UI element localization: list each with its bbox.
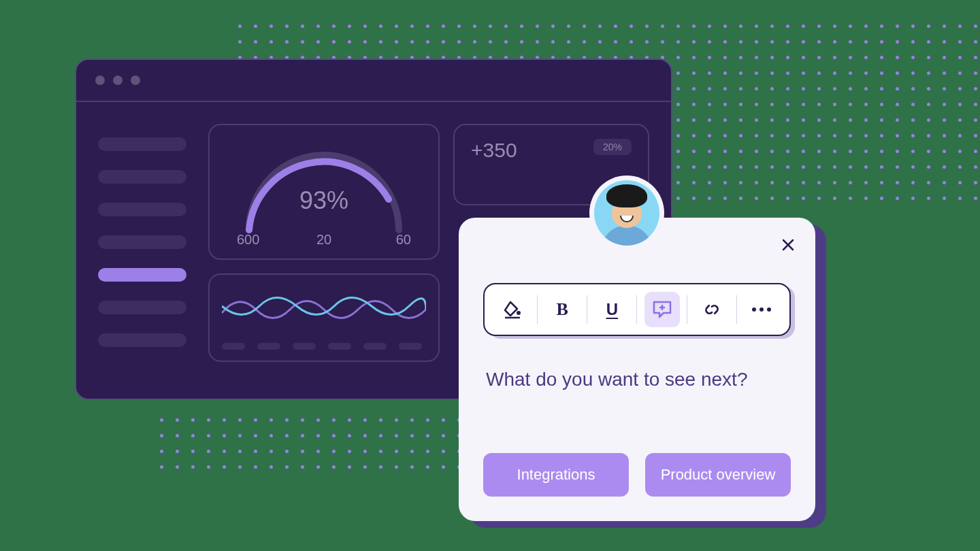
sidebar-item-4[interactable] (98, 235, 186, 249)
sidebar (98, 124, 186, 377)
sparkline-label-4 (328, 343, 351, 350)
gauge-tick-mid: 20 (316, 232, 331, 248)
gauge-value: 93% (210, 186, 438, 215)
sidebar-item-6[interactable] (98, 301, 186, 314)
stat-badge: 20% (593, 139, 632, 155)
more-icon (752, 307, 771, 312)
traffic-light-maximize[interactable] (131, 76, 140, 85)
sidebar-item-2[interactable] (98, 170, 186, 184)
avatar-container (589, 176, 664, 250)
gauge-widget: 93% 600 20 60 (208, 124, 440, 260)
stat-value: +350 (471, 139, 517, 162)
svg-point-0 (517, 311, 521, 315)
titlebar (76, 60, 671, 101)
sidebar-item-5-active[interactable] (98, 268, 186, 282)
sparkline-label-6 (399, 343, 422, 350)
sparkline-label-1 (222, 343, 245, 350)
comment-button[interactable] (644, 292, 680, 327)
gauge-tick-left: 600 (237, 232, 259, 248)
sidebar-item-3[interactable] (98, 203, 186, 216)
bold-button[interactable]: B (544, 292, 580, 327)
underline-icon: U (606, 300, 618, 319)
sparkline-widget (208, 273, 440, 362)
fill-icon (502, 299, 523, 320)
sidebar-item-7[interactable] (98, 333, 186, 347)
integrations-button[interactable]: Integrations (483, 453, 629, 497)
product-overview-button[interactable]: Product overview (645, 453, 791, 497)
sparkline-label-2 (257, 343, 280, 350)
prompt-text: What do you want to see next? (483, 369, 791, 390)
comment-icon (651, 299, 673, 320)
sparkline-label-5 (363, 343, 387, 350)
prompt-popup: B U What do you want to s (459, 218, 815, 521)
fill-button[interactable] (495, 292, 530, 327)
more-button[interactable] (744, 292, 779, 327)
gauge-tick-right: 60 (396, 232, 411, 248)
traffic-light-minimize[interactable] (113, 76, 122, 85)
avatar (594, 180, 659, 246)
gauge-labels: 600 20 60 (237, 232, 411, 248)
bold-icon: B (557, 299, 568, 320)
underline-button[interactable]: U (594, 292, 630, 327)
sidebar-item-1[interactable] (98, 137, 186, 151)
link-button[interactable] (694, 292, 730, 327)
sparkline-label-3 (293, 343, 316, 350)
close-button[interactable] (781, 238, 795, 252)
format-toolbar: B U (483, 283, 791, 336)
link-icon (702, 299, 722, 320)
traffic-light-close[interactable] (95, 76, 105, 85)
